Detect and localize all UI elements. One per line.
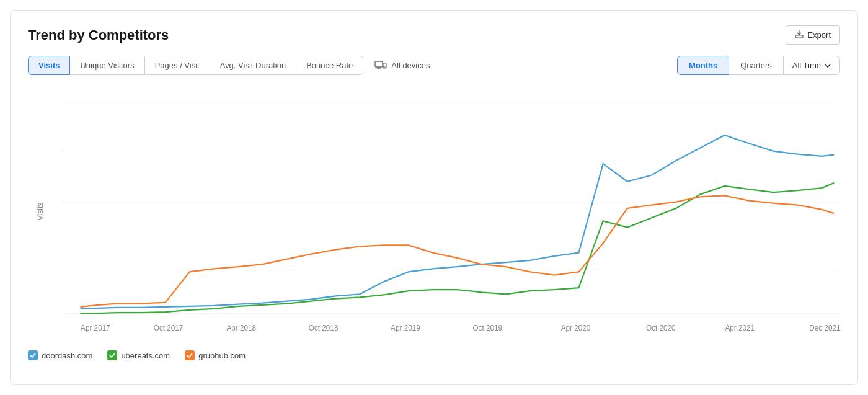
export-button[interactable]: Export xyxy=(786,25,840,45)
export-icon xyxy=(795,30,804,40)
svg-text:Oct 2020: Oct 2020 xyxy=(646,324,676,332)
legend-ubereats-label: ubereats.com xyxy=(121,351,170,360)
device-selector[interactable]: All devices xyxy=(374,61,430,71)
tab-bounce-rate[interactable]: Bounce Rate xyxy=(296,56,363,75)
chart-wrapper: Visits 78.7M 41.2M 21.2M 1.2M xyxy=(28,87,840,335)
card-header: Trend by Competitors Export xyxy=(28,25,840,45)
svg-text:Apr 2018: Apr 2018 xyxy=(226,324,256,332)
svg-text:Oct 2018: Oct 2018 xyxy=(309,324,339,332)
device-label: All devices xyxy=(391,61,430,70)
chart-svg: 78.7M 41.2M 21.2M 1.2M Apr 2017 Oct 2017… xyxy=(62,87,840,335)
alltime-button[interactable]: All Time xyxy=(784,56,840,75)
metric-tab-group: Visits Unique Visitors Pages / Visit Avg… xyxy=(28,56,363,75)
svg-text:Apr 2021: Apr 2021 xyxy=(725,324,755,332)
legend-checkbox-ubereats xyxy=(107,350,117,360)
legend-grubhub[interactable]: grubhub.com xyxy=(185,350,246,360)
svg-rect-5 xyxy=(383,63,386,68)
legend-grubhub-label: grubhub.com xyxy=(198,351,246,360)
svg-rect-2 xyxy=(375,61,383,67)
legend-doordash[interactable]: doordash.com xyxy=(28,350,92,360)
chart-legend: doordash.com ubereats.com grubhub.com xyxy=(28,344,840,360)
period-controls: Months Quarters All Time xyxy=(677,56,840,75)
chart-area: 78.7M 41.2M 21.2M 1.2M Apr 2017 Oct 2017… xyxy=(62,87,840,335)
legend-checkbox-grubhub xyxy=(185,350,195,360)
legend-checkbox-doordash xyxy=(28,350,38,360)
export-label: Export xyxy=(807,30,831,40)
device-icon xyxy=(374,61,387,71)
tab-visits[interactable]: Visits xyxy=(28,56,70,75)
svg-text:Dec 2021: Dec 2021 xyxy=(809,324,840,332)
svg-text:Oct 2017: Oct 2017 xyxy=(154,324,184,332)
svg-text:Apr 2020: Apr 2020 xyxy=(561,324,591,332)
tab-unique-visitors[interactable]: Unique Visitors xyxy=(70,56,144,75)
legend-doordash-label: doordash.com xyxy=(42,351,92,360)
svg-text:Apr 2017: Apr 2017 xyxy=(81,324,110,332)
alltime-label: All Time xyxy=(792,61,821,70)
svg-text:Oct 2019: Oct 2019 xyxy=(473,324,503,332)
svg-rect-0 xyxy=(795,35,803,38)
period-months-button[interactable]: Months xyxy=(677,56,729,75)
tab-pages-visit[interactable]: Pages / Visit xyxy=(145,56,210,75)
tab-avg-visit-duration[interactable]: Avg. Visit Duration xyxy=(210,56,296,75)
period-quarters-button[interactable]: Quarters xyxy=(729,56,784,75)
y-axis-label: Visits xyxy=(36,203,45,220)
page-title: Trend by Competitors xyxy=(28,27,169,43)
chevron-down-icon xyxy=(825,64,831,68)
controls-bar: Visits Unique Visitors Pages / Visit Avg… xyxy=(28,56,840,75)
legend-ubereats[interactable]: ubereats.com xyxy=(107,350,170,360)
svg-text:Apr 2019: Apr 2019 xyxy=(391,324,420,332)
main-card: Trend by Competitors Export Visits Uniqu… xyxy=(10,10,858,385)
controls-left: Visits Unique Visitors Pages / Visit Avg… xyxy=(28,56,430,75)
